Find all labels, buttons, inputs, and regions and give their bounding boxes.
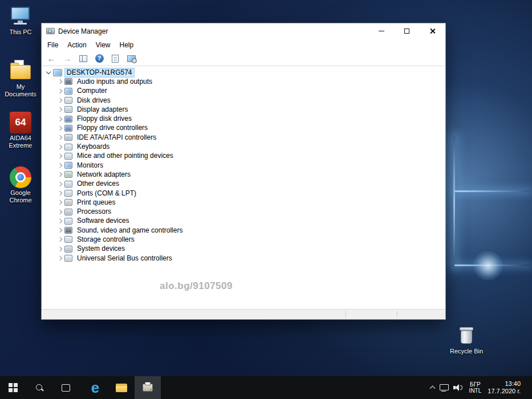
tree-row[interactable]: Other devices	[44, 180, 445, 189]
volume-icon[interactable]	[453, 384, 463, 392]
tree-row[interactable]: Floppy disk drives	[44, 114, 445, 123]
expand-chevron-icon[interactable]	[55, 217, 64, 226]
tree-row[interactable]: Storage controllers	[44, 235, 445, 244]
expand-chevron-icon[interactable]	[55, 124, 64, 133]
titlebar[interactable]: Device Manager	[42, 23, 445, 39]
tree-item-label: System devices	[75, 245, 127, 253]
tree-row[interactable]: Network adapters	[44, 170, 445, 179]
desktop: This PC My Documents 64 AIDA64 Extreme G…	[0, 0, 532, 399]
edge-button[interactable]: e	[82, 376, 108, 399]
clock[interactable]: 13:40 17.7.2020 г.	[488, 380, 521, 395]
tree-row[interactable]: Floppy drive controllers	[44, 124, 445, 133]
file-explorer-button[interactable]	[108, 376, 135, 399]
start-button[interactable]	[0, 376, 26, 399]
desktop-icon-label: Recycle Bin	[448, 348, 485, 355]
tree-row[interactable]: Print queues	[44, 198, 445, 207]
expand-chevron-icon[interactable]	[55, 115, 64, 124]
search-button[interactable]	[26, 376, 52, 399]
window-title: Device Manager	[58, 27, 108, 35]
expand-chevron-icon[interactable]	[55, 161, 64, 170]
tree-row[interactable]: Mice and other pointing devices	[44, 152, 445, 161]
tree-row[interactable]: Ports (COM & LPT)	[44, 189, 445, 198]
tree-row[interactable]: Keyboards	[44, 142, 445, 151]
desktop-icon-this-pc[interactable]: This PC	[2, 5, 39, 36]
close-button[interactable]	[420, 23, 445, 39]
expand-chevron-icon[interactable]	[55, 133, 64, 142]
expand-chevron-icon[interactable]	[55, 198, 64, 207]
expand-chevron-icon[interactable]	[55, 77, 64, 86]
network-icon[interactable]	[440, 384, 448, 391]
tree-items: Audio inputs and outputs Computer Disk	[44, 77, 445, 263]
device-category-icon	[64, 209, 72, 215]
tree-row[interactable]: Disk drives	[44, 96, 445, 105]
desktop-icon-google-chrome[interactable]: Google Chrome	[2, 166, 39, 204]
tree-item-label: Other devices	[75, 180, 121, 188]
device-manager-taskbar-button[interactable]	[135, 376, 161, 399]
tree-row[interactable]: Processors	[44, 207, 445, 216]
desktop-icon-aida64[interactable]: 64 AIDA64 Extreme	[2, 112, 39, 149]
expand-chevron-icon[interactable]	[55, 235, 64, 244]
tree-item-label: Ports (COM & LPT)	[75, 189, 138, 198]
export-list-icon	[112, 55, 119, 63]
expand-chevron-icon[interactable]	[55, 96, 64, 105]
device-manager-icon	[143, 384, 153, 392]
menu-view[interactable]: View	[91, 40, 115, 50]
desktop-icon-my-documents[interactable]: My Documents	[2, 59, 39, 98]
expand-chevron-icon[interactable]	[55, 245, 64, 254]
task-view-button[interactable]	[52, 376, 79, 399]
minimize-button[interactable]	[368, 23, 394, 39]
maximize-button[interactable]	[394, 23, 420, 39]
expand-chevron-icon[interactable]	[55, 152, 64, 161]
tree-row[interactable]: Universal Serial Bus controllers	[44, 254, 445, 263]
tree-row[interactable]: Software devices	[44, 217, 445, 226]
expand-chevron-icon[interactable]	[55, 189, 64, 198]
back-button[interactable]	[44, 52, 59, 65]
scan-hardware-button[interactable]	[124, 52, 139, 65]
tree-row[interactable]: IDE ATA/ATAPI controllers	[44, 133, 445, 142]
expand-chevron-icon[interactable]	[55, 254, 64, 263]
collapse-chevron-icon[interactable]	[44, 68, 53, 77]
device-category-icon	[64, 171, 72, 178]
tree-row[interactable]: Computer	[44, 87, 445, 96]
expand-chevron-icon[interactable]	[55, 142, 64, 152]
tree-row[interactable]: System devices	[44, 245, 445, 254]
menu-action[interactable]: Action	[63, 40, 91, 50]
tree-item-label: Print queues	[75, 198, 117, 207]
expand-chevron-icon[interactable]	[55, 207, 64, 217]
forward-arrow-icon	[63, 54, 72, 63]
export-list-button[interactable]	[108, 52, 123, 65]
tree-item-label: Floppy disk drives	[75, 115, 133, 123]
tree-row[interactable]: Display adapters	[44, 105, 445, 114]
tree-item-label: Display adapters	[75, 105, 129, 114]
tree-root-row[interactable]: DESKTOP-N1RG574	[44, 68, 445, 77]
expand-chevron-icon[interactable]	[55, 87, 64, 96]
forward-button[interactable]	[60, 52, 75, 65]
expand-chevron-icon[interactable]	[55, 226, 64, 235]
menu-file[interactable]: File	[43, 40, 63, 50]
device-category-icon	[64, 116, 72, 123]
menu-help[interactable]: Help	[115, 40, 139, 50]
device-category-icon	[64, 199, 72, 206]
device-manager-window: Device Manager File Action View Help	[41, 23, 446, 320]
windows-logo-icon	[9, 383, 18, 392]
tree-row[interactable]: Monitors	[44, 161, 445, 170]
show-console-tree-button[interactable]	[76, 52, 91, 65]
close-icon	[429, 28, 436, 34]
expand-chevron-icon[interactable]	[55, 105, 64, 114]
tree-row[interactable]: Audio inputs and outputs	[44, 77, 445, 86]
desktop-icon-recycle-bin[interactable]: Recycle Bin	[448, 324, 485, 355]
expand-chevron-icon[interactable]	[55, 170, 64, 179]
tree-row[interactable]: Sound, video and game controllers	[44, 226, 445, 235]
tree-item-label: Audio inputs and outputs	[75, 78, 154, 86]
google-chrome-icon	[10, 166, 31, 188]
desktop-icon-label: My Documents	[2, 83, 39, 98]
language-indicator[interactable]: БГР INTL	[468, 381, 483, 394]
device-category-icon	[64, 106, 72, 113]
help-button[interactable]	[92, 52, 107, 65]
statusbar	[42, 309, 445, 319]
tray-date: 17.7.2020 г.	[488, 388, 521, 395]
device-category-icon	[64, 97, 72, 104]
hidden-icons-chevron[interactable]	[429, 386, 435, 392]
expand-chevron-icon[interactable]	[55, 180, 64, 189]
language-top: БГР	[469, 381, 482, 388]
